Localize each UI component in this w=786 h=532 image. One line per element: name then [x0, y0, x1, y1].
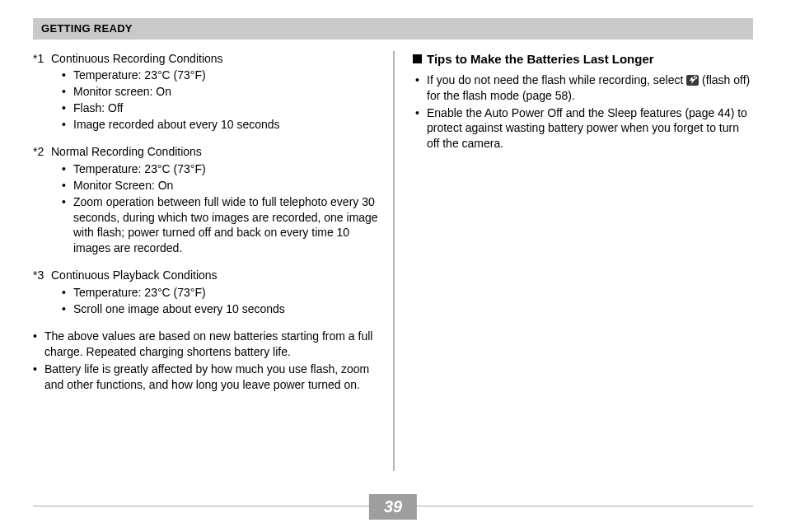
page-footer: 39	[33, 494, 753, 517]
section-header-text: GETTING READY	[41, 22, 133, 35]
list-item: • If you do not need the flash while rec…	[413, 72, 753, 104]
list-item-text: Enable the Auto Power Off and the Sleep …	[427, 105, 753, 152]
list-item-text: Zoom operation between full wide to full…	[73, 194, 378, 257]
list-item: •Scroll one image about every 10 seconds	[62, 301, 378, 317]
square-bullet-icon	[413, 54, 422, 63]
footnote-1-head: *1 Continuous Recording Conditions	[33, 51, 378, 67]
section-header-bar: GETTING READY	[33, 18, 753, 40]
notes-list: •The above values are based on new batte…	[33, 329, 378, 393]
list-item: •Flash: Off	[62, 100, 378, 116]
list-item: • Enable the Auto Power Off and the Slee…	[413, 105, 753, 152]
tips-heading-text: Tips to Make the Batteries Last Longer	[427, 52, 654, 66]
bullet-icon: •	[62, 68, 73, 83]
footnote-1-list: •Temperature: 23°C (73°F) •Monitor scree…	[33, 68, 378, 133]
bullet-icon: •	[33, 362, 44, 393]
footnote-3: *3 Continuous Playback Conditions •Tempe…	[33, 268, 378, 317]
bullet-icon: •	[33, 329, 44, 360]
right-column: Tips to Make the Batteries Last Longer •…	[393, 51, 753, 471]
columns: *1 Continuous Recording Conditions •Temp…	[33, 51, 753, 471]
bullet-icon: •	[413, 105, 427, 152]
tip-text-before: If you do not need the flash while recor…	[427, 73, 686, 86]
footnote-1: *1 Continuous Recording Conditions •Temp…	[33, 51, 378, 133]
footnote-title: Continuous Recording Conditions	[51, 51, 378, 67]
bullet-icon: •	[62, 84, 73, 100]
bullet-icon: •	[413, 72, 427, 104]
list-item-text: Monitor screen: On	[73, 84, 378, 100]
list-item: •Zoom operation between full wide to ful…	[62, 194, 378, 257]
bullet-icon: •	[62, 285, 73, 301]
page-number: 39	[384, 497, 402, 516]
tip-text: Enable the Auto Power Off and the Sleep …	[427, 106, 747, 151]
list-item: •Temperature: 23°C (73°F)	[62, 68, 378, 83]
list-item: •Temperature: 23°C (73°F)	[62, 161, 378, 177]
bullet-icon: •	[62, 117, 73, 133]
footnote-3-list: •Temperature: 23°C (73°F) •Scroll one im…	[33, 285, 378, 317]
list-item: •The above values are based on new batte…	[33, 329, 378, 360]
list-item: •Monitor Screen: On	[62, 178, 378, 194]
list-item-text: Temperature: 23°C (73°F)	[73, 161, 378, 177]
footnote-3-head: *3 Continuous Playback Conditions	[33, 268, 378, 283]
list-item-text: Flash: Off	[73, 100, 378, 116]
bullet-icon: •	[62, 178, 73, 194]
list-item-text: Image recorded about every 10 seconds	[73, 117, 378, 133]
page-number-box: 39	[369, 494, 417, 520]
list-item: •Monitor screen: On	[62, 84, 378, 100]
footnote-title: Normal Recording Conditions	[51, 144, 378, 160]
bullet-icon: •	[62, 161, 73, 177]
list-item-text: Battery life is greatly affected by how …	[44, 362, 378, 393]
footnote-ref: *1	[33, 51, 51, 67]
bullet-icon: •	[62, 194, 73, 257]
list-item-text: The above values are based on new batter…	[44, 329, 378, 360]
footnote-title: Continuous Playback Conditions	[51, 268, 378, 283]
list-item-text: Temperature: 23°C (73°F)	[73, 68, 378, 83]
footnote-ref: *2	[33, 144, 51, 160]
footnote-2-head: *2 Normal Recording Conditions	[33, 144, 378, 160]
list-item-text: Temperature: 23°C (73°F)	[73, 285, 378, 301]
left-column: *1 Continuous Recording Conditions •Temp…	[33, 51, 393, 471]
bullet-icon: •	[62, 100, 73, 116]
list-item: •Image recorded about every 10 seconds	[62, 117, 378, 133]
list-item-text: Monitor Screen: On	[73, 178, 378, 194]
list-item: •Temperature: 23°C (73°F)	[62, 285, 378, 301]
footnote-2: *2 Normal Recording Conditions •Temperat…	[33, 144, 378, 256]
footnote-ref: *3	[33, 268, 51, 283]
flash-off-icon	[686, 74, 699, 85]
bullet-icon: •	[62, 301, 73, 317]
list-item-text: If you do not need the flash while recor…	[427, 72, 753, 104]
list-item: •Battery life is greatly affected by how…	[33, 362, 378, 393]
list-item-text: Scroll one image about every 10 seconds	[73, 301, 378, 317]
tips-heading: Tips to Make the Batteries Last Longer	[413, 51, 753, 68]
manual-page: GETTING READY *1 Continuous Recording Co…	[0, 0, 786, 532]
footnote-2-list: •Temperature: 23°C (73°F) •Monitor Scree…	[33, 161, 378, 256]
